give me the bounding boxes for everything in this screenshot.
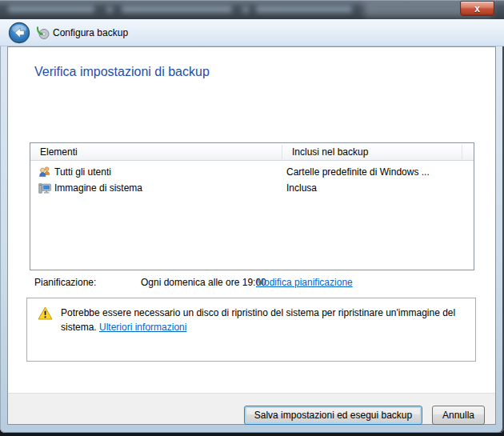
close-button[interactable]: x <box>460 1 494 16</box>
screenshot-root: x <box>0 0 504 436</box>
cancel-button[interactable]: Annulla <box>432 406 485 425</box>
blurred-breadcrumb-segment <box>8 6 94 13</box>
background-breadcrumb-bar: x <box>0 0 504 19</box>
breadcrumb-arrow-blur <box>242 6 249 13</box>
column-header-inclusi[interactable]: Inclusi nel backup <box>282 143 462 161</box>
warning-box: Potrebbe essere necessario un disco di r… <box>26 298 476 362</box>
warning-icon <box>38 306 53 320</box>
column-divider <box>462 145 462 159</box>
back-button[interactable] <box>8 22 30 44</box>
blurred-breadcrumb-segment <box>256 6 352 13</box>
table-cell-item: Tutti gli utenti <box>54 164 111 180</box>
table-cell-included: Inclusa <box>286 180 317 196</box>
table-cell-included: Cartelle predefinite di Windows ... <box>286 164 430 180</box>
table-header: Elementi Inclusi nel backup <box>30 143 474 161</box>
table-cell-item: Immagine di sistema <box>54 180 142 196</box>
back-arrow-icon <box>8 22 30 44</box>
backup-summary-table: Elementi Inclusi nel backup Tutti gli ut… <box>30 142 474 270</box>
modify-schedule-link[interactable]: Modifica pianificazione <box>256 277 353 288</box>
table-row[interactable]: Tutti gli utenti Cartelle predefinite di… <box>30 164 474 180</box>
footer-bar: Salva impostazioni ed esegui backup Annu… <box>8 393 495 424</box>
column-divider <box>282 145 282 159</box>
wizard-title: Configura backup <box>53 19 128 46</box>
computer-icon <box>38 182 51 194</box>
breadcrumb-arrow-blur <box>106 6 113 13</box>
column-header-elementi[interactable]: Elementi <box>30 143 282 161</box>
more-info-link[interactable]: Ulteriori informazioni <box>99 322 186 333</box>
schedule-row: Pianificazione: Ogni domenica alle ore 1… <box>34 277 482 290</box>
content-panel: Verifica impostazioni di backup Percorso… <box>7 46 496 425</box>
users-icon <box>38 166 51 178</box>
wizard-header: Configura backup <box>0 19 504 46</box>
save-and-run-backup-button[interactable]: Salva impostazioni ed esegui backup <box>244 406 422 425</box>
schedule-value: Ogni domenica alle ore 19:00 <box>141 277 266 288</box>
blurred-breadcrumb-segment <box>122 6 232 13</box>
table-row[interactable]: Immagine di sistema Inclusa <box>30 180 474 196</box>
backup-icon <box>35 26 50 40</box>
close-icon: x <box>474 4 480 14</box>
window-frame: Configura backup Verifica impostazioni d… <box>0 19 504 433</box>
schedule-label: Pianificazione: <box>34 277 96 288</box>
page-title: Verifica impostazioni di backup <box>34 65 210 79</box>
